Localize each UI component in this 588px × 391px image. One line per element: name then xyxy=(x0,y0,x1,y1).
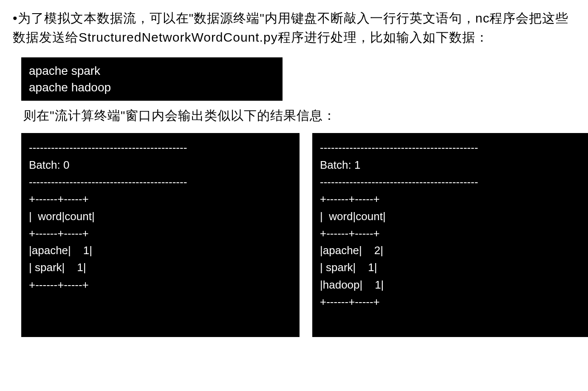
output-row: ----------------------------------------… xyxy=(21,133,575,337)
input-line-2: apache hadoop xyxy=(29,79,275,96)
output-terminal-batch-0: ----------------------------------------… xyxy=(21,133,300,337)
intro-paragraph: •为了模拟文本数据流，可以在"数据源终端"内用键盘不断敲入一行行英文语句，nc程… xyxy=(13,8,575,47)
output-terminal-batch-1: ----------------------------------------… xyxy=(312,133,588,337)
input-line-1: apache spark xyxy=(29,62,275,79)
middle-paragraph: 则在"流计算终端"窗口内会输出类似以下的结果信息： xyxy=(23,107,575,125)
input-terminal: apache spark apache hadoop xyxy=(21,57,283,101)
